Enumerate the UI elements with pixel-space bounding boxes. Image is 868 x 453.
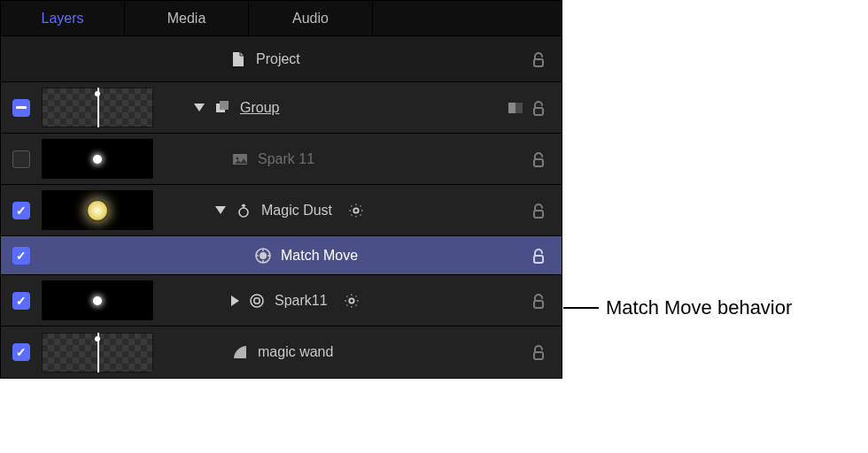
shape-icon: [231, 343, 249, 361]
magic-dust-label: Magic Dust: [261, 203, 332, 219]
svg-rect-16: [534, 301, 543, 308]
svg-rect-13: [534, 256, 543, 263]
behavior-icon: [254, 247, 272, 265]
svg-rect-9: [534, 159, 543, 166]
callout-label: Match Move behavior: [606, 296, 792, 319]
lock-icon[interactable]: [530, 247, 547, 265]
disclosure-triangle-icon[interactable]: [194, 104, 205, 111]
project-icon: [229, 50, 247, 68]
lock-icon[interactable]: [530, 202, 547, 219]
group-icon: [213, 99, 231, 117]
thumbnail: [42, 190, 153, 230]
callout-leader-line: [563, 307, 599, 309]
tab-layers[interactable]: Layers: [1, 1, 125, 35]
pass-through-icon[interactable]: [507, 99, 524, 117]
row-spark11-image[interactable]: Spark 11: [1, 134, 562, 185]
tab-media[interactable]: Media: [125, 1, 249, 35]
row-group[interactable]: Group: [1, 82, 562, 134]
svg-rect-6: [534, 108, 543, 115]
row-spark11-emitter[interactable]: Spark11: [1, 275, 562, 326]
project-label: Project: [256, 51, 300, 67]
thumbnail: [42, 280, 153, 320]
visibility-checkbox-mixed[interactable]: [12, 99, 30, 117]
svg-point-10: [239, 208, 248, 217]
tab-audio[interactable]: Audio: [249, 1, 373, 35]
row-project[interactable]: Project: [1, 36, 562, 82]
particle-cell-icon: [248, 292, 266, 310]
svg-point-8: [236, 157, 238, 159]
spark11-emitter-label: Spark11: [275, 293, 328, 309]
visibility-checkbox-on[interactable]: [12, 247, 30, 265]
lock-icon[interactable]: [530, 292, 547, 310]
lock-icon[interactable]: [530, 50, 547, 68]
panel-tabs: Layers Media Audio: [1, 1, 562, 36]
svg-rect-17: [534, 352, 543, 359]
group-label[interactable]: Group: [240, 100, 279, 116]
image-icon: [231, 150, 249, 168]
svg-point-14: [251, 295, 263, 307]
svg-point-15: [254, 297, 260, 303]
thumbnail: [42, 139, 153, 179]
spark11-image-label: Spark 11: [258, 151, 314, 167]
visibility-checkbox-on[interactable]: [12, 292, 30, 310]
callout: Match Move behavior: [563, 296, 792, 319]
lock-icon[interactable]: [530, 150, 547, 168]
lock-icon[interactable]: [530, 99, 547, 117]
match-move-label: Match Move: [281, 248, 358, 264]
thumbnail: [42, 333, 153, 372]
lock-icon[interactable]: [530, 343, 547, 361]
disclosure-triangle-icon[interactable]: [231, 296, 239, 306]
row-magic-wand[interactable]: magic wand: [1, 326, 562, 378]
disclosure-triangle-icon[interactable]: [215, 206, 226, 214]
particle-emitter-icon: [235, 202, 252, 219]
gear-icon[interactable]: [348, 203, 364, 219]
thumbnail: [42, 88, 153, 127]
visibility-checkbox-on[interactable]: [12, 202, 30, 219]
svg-rect-3: [220, 101, 229, 110]
svg-rect-4: [508, 103, 515, 113]
svg-rect-5: [515, 103, 523, 113]
layers-panel: Layers Media Audio Project: [0, 0, 562, 379]
gear-icon[interactable]: [344, 293, 360, 309]
row-match-move[interactable]: Match Move: [1, 236, 562, 275]
svg-rect-11: [534, 211, 543, 218]
visibility-checkbox-on[interactable]: [12, 343, 30, 361]
row-magic-dust[interactable]: Magic Dust: [1, 185, 562, 236]
magic-wand-label: magic wand: [258, 344, 333, 360]
visibility-checkbox-off[interactable]: [12, 150, 30, 168]
